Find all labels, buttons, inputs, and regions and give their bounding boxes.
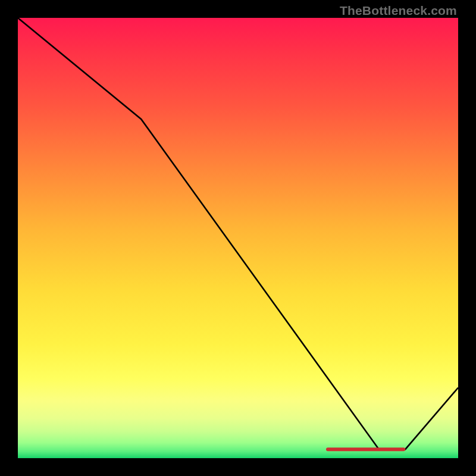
marker-strip — [326, 447, 405, 451]
chart-stage: TheBottleneck.com — [0, 0, 476, 476]
series-line — [18, 18, 458, 449]
watermark-text: TheBottleneck.com — [340, 4, 457, 18]
chart-svg — [18, 18, 458, 458]
plot-area — [18, 18, 458, 458]
